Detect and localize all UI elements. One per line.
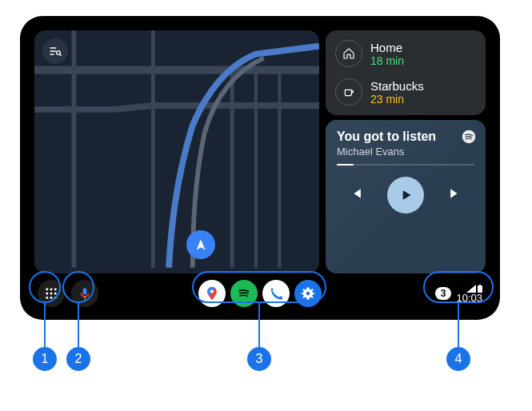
notification-count-badge[interactable]: 3 [435, 287, 452, 300]
phone-app-button[interactable] [262, 280, 290, 307]
svg-point-10 [54, 297, 57, 299]
svg-rect-11 [83, 288, 87, 294]
gear-icon [301, 286, 315, 301]
media-card[interactable]: You got to listen Michael Evans [326, 120, 486, 273]
svg-point-12 [210, 289, 214, 293]
map-roads [34, 30, 319, 268]
spotify-app-button[interactable] [230, 280, 258, 307]
current-location-marker [186, 230, 215, 259]
clock-time: 10:03 [456, 293, 482, 303]
skip-previous-icon [348, 186, 364, 202]
play-icon [398, 187, 414, 203]
navigation-arrow-icon [194, 238, 207, 251]
media-title: You got to listen [337, 130, 474, 144]
destination-starbucks[interactable]: Starbucks 23 min [330, 75, 481, 109]
svg-point-13 [306, 292, 310, 296]
skip-next-icon [447, 186, 463, 202]
google-maps-icon [204, 285, 220, 301]
microphone-icon [78, 286, 92, 301]
svg-point-7 [54, 293, 57, 295]
destination-name: Home [370, 41, 404, 54]
destination-home[interactable]: Home 18 min [330, 37, 481, 70]
destination-eta: 23 min [370, 93, 424, 106]
svg-rect-15 [479, 285, 481, 286]
play-button[interactable] [387, 177, 424, 213]
phone-icon [269, 286, 283, 301]
svg-point-2 [46, 288, 48, 290]
search-list-icon [49, 45, 62, 58]
media-artist: Michael Evans [337, 146, 474, 158]
callout-4: 4 [446, 347, 470, 371]
callout-2: 2 [66, 347, 90, 371]
coffee-cup-icon [335, 78, 362, 106]
svg-point-6 [50, 293, 53, 295]
map-view[interactable] [34, 30, 319, 273]
apps-grid-icon [44, 286, 58, 301]
voice-assistant-button[interactable] [71, 280, 98, 307]
svg-point-8 [46, 297, 48, 299]
media-progress-bar[interactable] [337, 164, 474, 166]
previous-track-button[interactable] [348, 186, 364, 205]
svg-point-9 [50, 297, 53, 299]
app-launcher-button[interactable] [38, 280, 65, 307]
spotify-icon [236, 285, 252, 301]
destination-name: Starbucks [370, 79, 424, 93]
destinations-card: Home 18 min Starbucks 23 min [326, 30, 486, 115]
callout-1: 1 [33, 347, 57, 371]
battery-icon [478, 285, 482, 293]
callout-3: 3 [247, 347, 271, 371]
settings-app-button[interactable] [294, 280, 322, 307]
svg-point-3 [50, 288, 53, 290]
destination-eta: 18 min [370, 54, 404, 67]
cellular-signal-icon [466, 285, 476, 293]
home-icon [335, 40, 362, 67]
svg-point-4 [54, 288, 57, 290]
next-track-button[interactable] [447, 186, 463, 205]
map-search-button[interactable] [42, 38, 68, 64]
maps-app-button[interactable] [198, 280, 226, 307]
svg-point-5 [46, 293, 48, 295]
navigation-bar: 3 10:03 [30, 277, 490, 310]
